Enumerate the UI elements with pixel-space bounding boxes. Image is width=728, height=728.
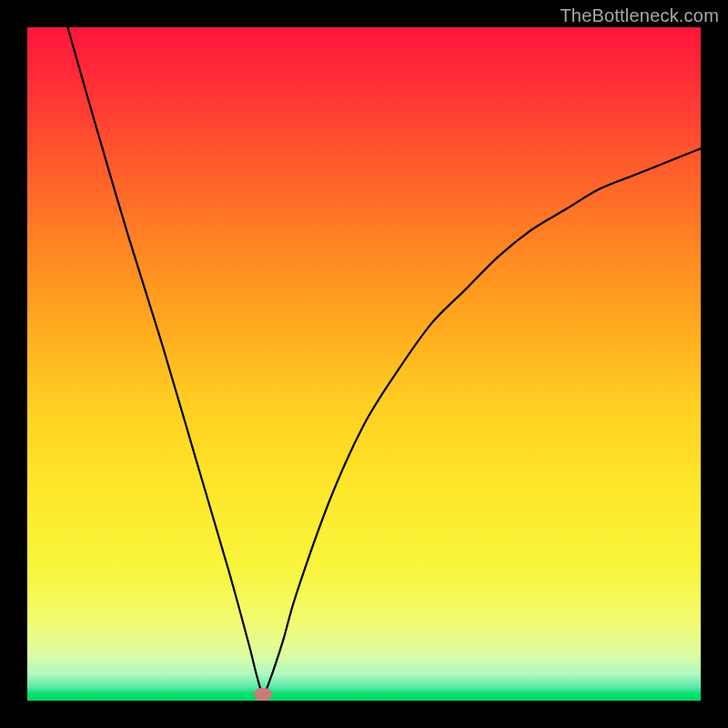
- curve-path: [67, 27, 701, 694]
- chart-frame: TheBottleneck.com: [0, 0, 728, 728]
- watermark-text: TheBottleneck.com: [560, 5, 719, 26]
- optimum-marker: [254, 688, 272, 701]
- plot-area: [27, 27, 701, 701]
- bottleneck-curve: [27, 27, 701, 701]
